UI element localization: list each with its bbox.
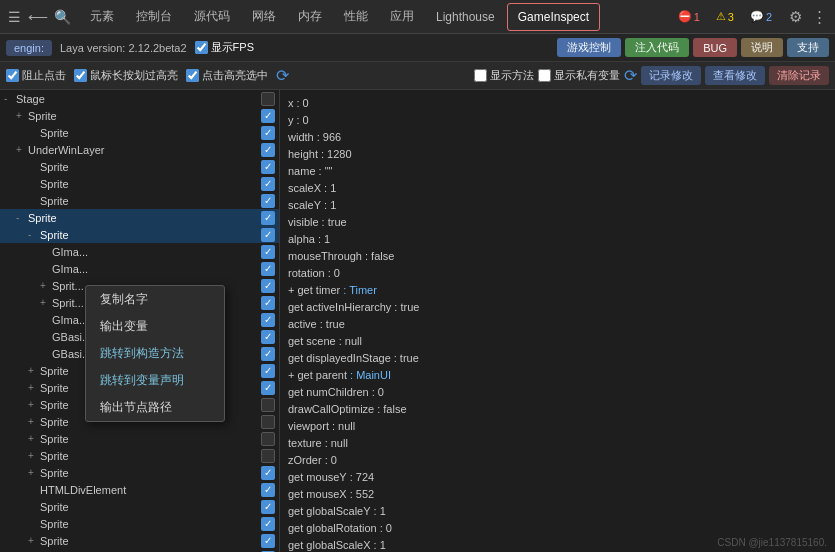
- tree-item-checkbox[interactable]: [261, 296, 275, 310]
- context-menu: 复制名字 输出变量 跳转到构造方法 跳转到变量声明 输出节点路径: [85, 285, 225, 422]
- menu-icon-3[interactable]: 🔍: [52, 7, 72, 27]
- tree-item[interactable]: Sprite: [0, 175, 279, 192]
- tree-item-checkbox[interactable]: [261, 262, 275, 276]
- tab-lighthouse[interactable]: Lighthouse: [426, 3, 505, 31]
- support-button[interactable]: 支持: [787, 38, 829, 57]
- tree-item-checkbox[interactable]: [261, 432, 275, 446]
- tree-item-checkbox[interactable]: [261, 92, 275, 106]
- tree-item[interactable]: +Sprite: [0, 107, 279, 124]
- tree-item[interactable]: -Sprite: [0, 209, 279, 226]
- tree-item-checkbox[interactable]: [261, 415, 275, 429]
- tree-item[interactable]: +Sprite: [0, 464, 279, 481]
- prop-key: alpha: [288, 233, 315, 245]
- game-ctrl-button[interactable]: 游戏控制: [557, 38, 621, 57]
- context-menu-copy-name[interactable]: 复制名字: [86, 286, 224, 313]
- inject-code-button[interactable]: 注入代码: [625, 38, 689, 57]
- tab-memory[interactable]: 内存: [288, 3, 332, 31]
- prop-value: : 1: [318, 233, 330, 245]
- tree-item-checkbox[interactable]: [261, 245, 275, 259]
- tab-sources[interactable]: 源代码: [184, 3, 240, 31]
- tree-item[interactable]: -Stage: [0, 90, 279, 107]
- tree-item[interactable]: +Sprite: [0, 447, 279, 464]
- tree-item[interactable]: -Sprite: [0, 226, 279, 243]
- tree-item[interactable]: GIma...: [0, 243, 279, 260]
- block-click-checkbox[interactable]: 阻止点击: [6, 68, 66, 83]
- prop-key: get mouseX: [288, 488, 347, 500]
- prop-row: rotation: 0: [288, 264, 827, 281]
- tree-item-checkbox[interactable]: [261, 381, 275, 395]
- note-button[interactable]: 说明: [741, 38, 783, 57]
- tab-performance[interactable]: 性能: [334, 3, 378, 31]
- tree-item-label: HTMLDivElement: [40, 484, 261, 496]
- tree-item-checkbox[interactable]: [261, 211, 275, 225]
- tree-item-label: Sprite: [40, 518, 261, 530]
- tree-item-checkbox[interactable]: [261, 466, 275, 480]
- tree-item[interactable]: +Sprite: [0, 532, 279, 549]
- tree-item-checkbox[interactable]: [261, 517, 275, 531]
- prop-key: get globalRotation: [288, 522, 377, 534]
- tree-item-checkbox[interactable]: [261, 279, 275, 293]
- clear-records-button[interactable]: 清除记录: [769, 66, 829, 85]
- settings-icon[interactable]: ⚙: [789, 8, 802, 26]
- prop-value: : 1280: [321, 148, 352, 160]
- context-menu-output-path[interactable]: 输出节点路径: [86, 394, 224, 421]
- prop-row: y: 0: [288, 111, 827, 128]
- tree-item-checkbox[interactable]: [261, 109, 275, 123]
- prop-key: get numChildren: [288, 386, 369, 398]
- context-menu-goto-constructor[interactable]: 跳转到构造方法: [86, 340, 224, 367]
- tree-item[interactable]: Sprite: [0, 515, 279, 532]
- view-changes-button[interactable]: 查看修改: [705, 66, 765, 85]
- tree-item-checkbox[interactable]: [261, 364, 275, 378]
- tree-item-checkbox[interactable]: [261, 534, 275, 548]
- tree-item-checkbox[interactable]: [261, 228, 275, 242]
- tab-console[interactable]: 控制台: [126, 3, 182, 31]
- tree-item[interactable]: Sprite: [0, 124, 279, 141]
- tab-elements[interactable]: 元素: [80, 3, 124, 31]
- tree-item[interactable]: Sprite: [0, 192, 279, 209]
- prop-key: get scene: [288, 335, 336, 347]
- tree-item-checkbox[interactable]: [261, 398, 275, 412]
- tree-item-checkbox[interactable]: [261, 483, 275, 497]
- record-changes-button[interactable]: 记录修改: [641, 66, 701, 85]
- tree-item-checkbox[interactable]: [261, 347, 275, 361]
- tree-item[interactable]: +Sprite: [0, 430, 279, 447]
- show-private-checkbox[interactable]: 显示私有变量: [538, 66, 620, 85]
- tree-item-checkbox[interactable]: [261, 194, 275, 208]
- hover-highlight-checkbox[interactable]: 鼠标长按划过高亮: [74, 68, 178, 83]
- more-icon[interactable]: ⋮: [812, 8, 827, 26]
- tab-gameinspect[interactable]: GameInspect: [507, 3, 600, 31]
- context-menu-output-var[interactable]: 输出变量: [86, 313, 224, 340]
- menu-icon-2[interactable]: ⟵: [28, 7, 48, 27]
- click-highlight-checkbox[interactable]: 点击高亮选中: [186, 68, 268, 83]
- tree-item[interactable]: GIma...: [0, 260, 279, 277]
- context-menu-goto-declaration[interactable]: 跳转到变量声明: [86, 367, 224, 394]
- prop-value: : 0: [380, 522, 392, 534]
- prop-value: : Timer: [343, 284, 377, 296]
- prop-value: : 724: [350, 471, 374, 483]
- tree-item-checkbox[interactable]: [261, 313, 275, 327]
- tab-network[interactable]: 网络: [242, 3, 286, 31]
- tab-application[interactable]: 应用: [380, 3, 424, 31]
- fps-checkbox-input[interactable]: [195, 41, 208, 54]
- tree-item[interactable]: Sprite: [0, 158, 279, 175]
- tree-item-checkbox[interactable]: [261, 143, 275, 157]
- tree-item-checkbox[interactable]: [261, 500, 275, 514]
- show-methods-checkbox[interactable]: 显示方法: [474, 66, 534, 85]
- menu-icon-1[interactable]: ☰: [4, 7, 24, 27]
- fps-checkbox[interactable]: 显示FPS: [195, 40, 254, 55]
- tree-item[interactable]: Sprite: [0, 498, 279, 515]
- tree-item-checkbox[interactable]: [261, 177, 275, 191]
- tree-item[interactable]: HTMLDivElement: [0, 481, 279, 498]
- refresh2-icon[interactable]: ⟳: [624, 66, 637, 85]
- tree-item-label: Sprite: [28, 110, 261, 122]
- bug-button[interactable]: BUG: [693, 38, 737, 57]
- tree-item[interactable]: +UnderWinLayer: [0, 141, 279, 158]
- tree-item-checkbox[interactable]: [261, 449, 275, 463]
- tree-item-checkbox[interactable]: [261, 126, 275, 140]
- prop-value: : 1: [324, 199, 336, 211]
- prop-key: name: [288, 165, 316, 177]
- tree-item-label: Sprite: [40, 161, 261, 173]
- refresh-icon[interactable]: ⟳: [276, 66, 289, 85]
- tree-item-checkbox[interactable]: [261, 330, 275, 344]
- tree-item-checkbox[interactable]: [261, 160, 275, 174]
